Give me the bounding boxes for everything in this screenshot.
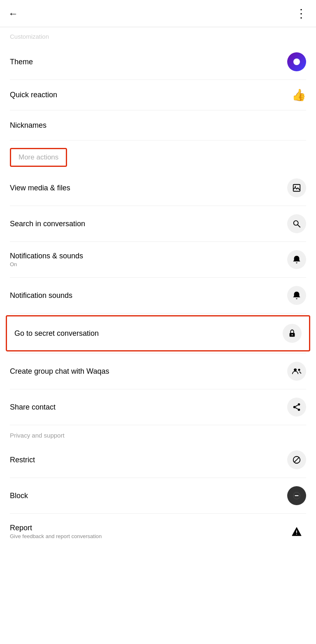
block-icon [287, 486, 306, 505]
secret-conversation-label: Go to secret conversation [14, 329, 99, 338]
secret-conversation-icon [283, 324, 302, 343]
create-group-label: Create group chat with Waqas [10, 367, 109, 376]
thumbs-up-icon: 👍 [292, 88, 306, 102]
more-actions-section: More actions [0, 141, 316, 170]
svg-rect-16 [295, 495, 298, 496]
svg-point-1 [295, 186, 296, 187]
svg-rect-18 [296, 534, 297, 535]
svg-point-9 [293, 406, 296, 408]
view-media-icon [287, 178, 306, 197]
quick-reaction-label: Quick reaction [10, 91, 57, 99]
theme-icon [287, 52, 306, 71]
search-conversation-label: Search in conversation [10, 220, 85, 228]
secret-conversation-menu-item[interactable]: Go to secret conversation [6, 315, 310, 351]
notifications-sounds-menu-item[interactable]: Notifications & sounds On [0, 242, 316, 277]
svg-line-11 [295, 405, 298, 407]
view-media-label: View media & files [10, 184, 70, 192]
notifications-sounds-sublabel: On [10, 261, 83, 267]
notification-sounds-label: Notification sounds [10, 291, 72, 300]
report-menu-item[interactable]: Report Give feedback and report conversa… [0, 514, 316, 549]
share-contact-label: Share contact [10, 403, 56, 412]
notifications-sounds-icon [287, 250, 306, 269]
more-options-button[interactable]: ⋮ [295, 7, 308, 20]
quick-reaction-menu-item[interactable]: Quick reaction 👍 [0, 80, 316, 110]
theme-icon-inner [293, 59, 300, 65]
block-menu-item[interactable]: Block [0, 478, 316, 513]
svg-line-14 [294, 457, 299, 462]
svg-point-8 [298, 403, 300, 406]
svg-rect-17 [296, 530, 297, 533]
svg-point-10 [298, 409, 300, 411]
nicknames-menu-item[interactable]: Nicknames [0, 110, 316, 140]
theme-label: Theme [10, 58, 33, 66]
svg-point-5 [292, 334, 293, 335]
svg-point-6 [294, 368, 297, 371]
notification-sounds-icon [287, 286, 306, 305]
restrict-icon [287, 450, 306, 469]
restrict-label: Restrict [10, 456, 35, 464]
svg-line-3 [297, 225, 300, 227]
share-contact-menu-item[interactable]: Share contact [0, 389, 316, 425]
divider-7 [10, 313, 306, 314]
privacy-section-label: Privacy and support [0, 425, 316, 442]
search-conversation-menu-item[interactable]: Search in conversation [0, 206, 316, 241]
notification-sounds-menu-item[interactable]: Notification sounds [0, 278, 316, 313]
svg-point-7 [298, 369, 300, 371]
report-icon [287, 522, 306, 541]
notifications-sounds-label: Notifications & sounds [10, 252, 83, 260]
svg-line-12 [295, 407, 298, 409]
theme-menu-item[interactable]: Theme [0, 44, 316, 80]
report-label: Report [10, 524, 102, 532]
more-actions-label: More actions [10, 148, 67, 167]
report-sublabel: Give feedback and report conversation [10, 533, 102, 539]
block-label: Block [10, 492, 28, 500]
header: ← ⋮ [0, 0, 316, 27]
back-button[interactable]: ← [8, 8, 18, 19]
nicknames-label: Nicknames [10, 121, 46, 130]
create-group-icon [287, 362, 306, 381]
customization-section-label: Customization [0, 27, 316, 44]
share-contact-icon [287, 398, 306, 417]
search-conversation-icon [287, 214, 306, 233]
restrict-menu-item[interactable]: Restrict [0, 442, 316, 478]
create-group-menu-item[interactable]: Create group chat with Waqas [0, 354, 316, 389]
view-media-menu-item[interactable]: View media & files [0, 170, 316, 206]
